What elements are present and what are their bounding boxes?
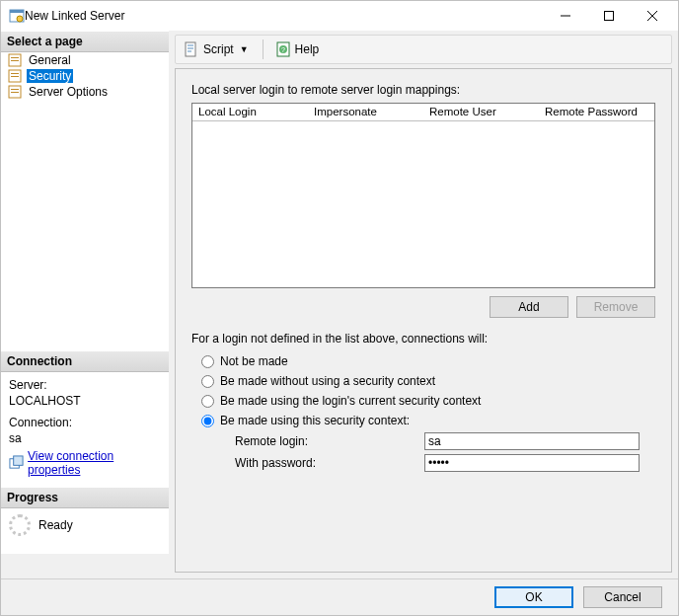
progress-status: Ready: [38, 518, 73, 532]
help-icon: ?: [275, 41, 291, 57]
svg-rect-14: [11, 89, 19, 90]
svg-rect-12: [11, 76, 19, 77]
page-item-general[interactable]: General: [1, 52, 169, 68]
window-title: New Linked Server: [25, 9, 544, 23]
help-label: Help: [295, 42, 320, 56]
col-local-login: Local Login: [192, 104, 308, 120]
radio-no-context-row[interactable]: Be made without using a security context: [191, 371, 655, 391]
col-impersonate: Impersonate: [308, 104, 423, 120]
server-value: LOCALHOST: [9, 394, 161, 408]
fallback-label: For a login not defined in the list abov…: [191, 332, 655, 346]
toolbar-separator: [263, 39, 264, 59]
page-label: General: [27, 53, 73, 67]
login-mappings-grid[interactable]: Local Login Impersonate Remote User Remo…: [191, 103, 655, 288]
progress-header: Progress: [1, 487, 169, 508]
page-icon: [7, 52, 23, 68]
radio-no-context[interactable]: [201, 375, 214, 388]
progress-panel: Ready: [1, 508, 169, 554]
connection-header: Connection: [1, 350, 169, 372]
connection-label: Connection:: [9, 416, 161, 429]
minimize-button[interactable]: [544, 2, 587, 30]
radio-not-made-row[interactable]: Not be made: [191, 351, 655, 371]
radio-this-context[interactable]: [201, 415, 214, 427]
remove-button[interactable]: Remove: [576, 296, 655, 318]
connection-properties-icon: [9, 455, 24, 471]
radio-not-made[interactable]: [201, 355, 214, 368]
col-remote-password: Remote Password: [539, 104, 654, 120]
radio-this-context-label: Be made using this security context:: [220, 414, 410, 427]
security-page: Local server login to remote server logi…: [175, 68, 672, 573]
svg-rect-17: [14, 456, 23, 465]
svg-point-2: [17, 16, 23, 22]
grid-header: Local Login Impersonate Remote User Remo…: [192, 104, 654, 121]
connection-user: sa: [9, 431, 161, 445]
page-item-server-options[interactable]: Server Options: [1, 84, 169, 100]
ok-button[interactable]: OK: [494, 586, 573, 608]
maximize-button[interactable]: [587, 2, 631, 30]
page-label: Security: [27, 69, 73, 83]
svg-rect-15: [11, 92, 19, 93]
title-bar: New Linked Server: [1, 1, 678, 31]
radio-current-context-label: Be made using the login's current securi…: [220, 394, 481, 408]
page-list: General Security Server Options: [1, 52, 169, 350]
dropdown-arrow-icon: ▼: [238, 44, 251, 54]
radio-no-context-label: Be made without using a security context: [220, 374, 435, 388]
script-icon: [184, 41, 199, 57]
add-button[interactable]: Add: [490, 296, 568, 318]
close-button[interactable]: [631, 2, 674, 30]
svg-rect-8: [11, 57, 19, 58]
radio-this-context-row[interactable]: Be made using this security context:: [191, 411, 655, 430]
svg-text:?: ?: [281, 46, 285, 53]
svg-rect-4: [605, 12, 614, 21]
dialog-footer: OK Cancel: [1, 578, 678, 615]
cancel-button[interactable]: Cancel: [583, 586, 662, 608]
progress-spinner-icon: [9, 514, 31, 536]
help-button[interactable]: ? Help: [271, 39, 324, 59]
with-password-input[interactable]: [424, 454, 640, 472]
server-label: Server:: [9, 378, 161, 392]
select-page-header: Select a page: [1, 31, 169, 52]
svg-rect-11: [11, 73, 19, 74]
radio-current-context-row[interactable]: Be made using the login's current securi…: [191, 391, 655, 411]
toolbar: Script ▼ ? Help: [175, 35, 672, 64]
radio-not-made-label: Not be made: [220, 354, 288, 368]
svg-rect-9: [11, 60, 19, 61]
connection-info: Server: LOCALHOST Connection: sa View co…: [1, 372, 169, 487]
svg-rect-1: [10, 10, 24, 13]
col-remote-user: Remote User: [423, 104, 539, 120]
script-label: Script: [203, 42, 234, 56]
view-connection-properties-link[interactable]: View connection properties: [28, 449, 161, 477]
page-icon: [7, 68, 23, 84]
remote-login-input[interactable]: [424, 432, 640, 450]
sidebar: Select a page General Security Server Op…: [1, 31, 169, 578]
script-button[interactable]: Script ▼: [180, 39, 255, 59]
svg-rect-18: [186, 42, 195, 56]
with-password-label: With password:: [235, 456, 424, 470]
page-icon: [7, 84, 23, 100]
radio-current-context[interactable]: [201, 395, 214, 408]
remote-login-label: Remote login:: [235, 434, 424, 448]
page-item-security[interactable]: Security: [1, 68, 169, 84]
main-panel: Script ▼ ? Help Local server login to re…: [169, 31, 678, 578]
app-icon: [9, 8, 25, 24]
mappings-label: Local server login to remote server logi…: [191, 83, 655, 97]
page-label: Server Options: [27, 85, 110, 99]
